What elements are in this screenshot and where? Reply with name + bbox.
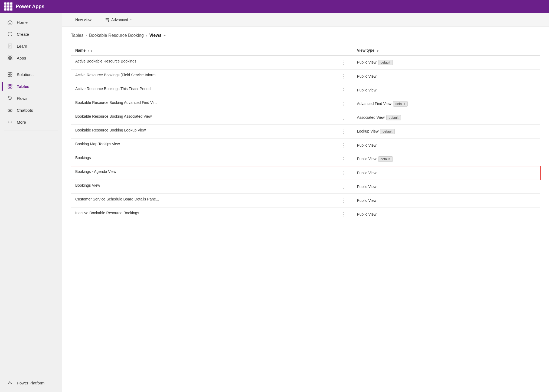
svg-rect-18 [11,87,12,88]
row-view-type: Public View [352,83,540,97]
default-badge: default [378,156,393,162]
sidebar-item-tables[interactable]: Tables [2,81,60,92]
row-more-button[interactable]: ⋮ [340,128,348,135]
table-row[interactable]: Bookable Resource Booking Associated Vie… [71,111,540,125]
sidebar-item-label-home: Home [17,20,28,25]
row-more-button[interactable]: ⋮ [340,59,348,66]
table-row[interactable]: Inactive Bookable Resource Bookings⋮Publ… [71,207,540,221]
table-header-row: Name ↑ ∨ View type ∨ [71,45,540,55]
sidebar-item-learn[interactable]: Learn [2,40,60,52]
sidebar-item-label-apps: Apps [17,56,26,60]
topbar: Power Apps [0,0,549,13]
row-more-button[interactable]: ⋮ [340,183,348,190]
row-view-type: Lookup Viewdefault [352,125,540,139]
app-title: Power Apps [16,4,44,9]
view-type-sort-icon: ∨ [377,49,379,52]
table-row[interactable]: Booking Map Tooltips view⋮Public View [71,139,540,152]
solutions-icon [7,71,13,77]
table-row[interactable]: Bookable Resource Booking Advanced Find … [71,97,540,111]
main-layout: Home Create Learn Apps [0,13,549,392]
table-row[interactable]: Bookings⋮Public Viewdefault [71,152,540,166]
row-name: Active Resource Bookings This Fiscal Per… [71,83,352,97]
svg-rect-17 [8,87,10,88]
breadcrumb-resource-booking[interactable]: Bookable Resource Booking [89,33,144,38]
row-more-button[interactable]: ⋮ [340,87,348,94]
row-more-button[interactable]: ⋮ [340,197,348,204]
row-name: Bookings View⋮ [71,180,352,194]
col-header-view-type[interactable]: View type ∨ [352,45,540,55]
table-row[interactable]: Active Bookable Resource Bookings⋮Public… [71,55,540,70]
row-more-button[interactable]: ⋮ [340,142,348,149]
col-name-label: Name [75,48,86,52]
breadcrumb-views[interactable]: Views [149,33,166,38]
sidebar-item-create[interactable]: Create [2,28,60,40]
create-icon [7,31,13,37]
sidebar-item-flows[interactable]: Flows [2,93,60,104]
content-area: Tables › Bookable Resource Booking › Vie… [62,27,549,392]
sidebar-divider-1 [4,66,58,66]
breadcrumb-tables[interactable]: Tables [71,33,83,38]
sidebar-item-solutions[interactable]: Solutions [2,69,60,80]
row-more-button[interactable]: ⋮ [340,211,348,218]
chatbots-icon [7,107,13,113]
sidebar-item-label-power-platform: Power Platform [17,381,45,385]
svg-rect-11 [8,73,10,74]
row-view-type: Public View [352,180,540,194]
svg-rect-15 [8,84,10,86]
sidebar-item-home[interactable]: Home [2,17,60,28]
col-header-name[interactable]: Name ↑ ∨ [71,45,352,55]
name-sort-icons: ↑ ∨ [88,49,92,52]
table-row[interactable]: Bookable Resource Booking Lookup View⋮Lo… [71,125,540,139]
sidebar-item-label-flows: Flows [17,96,27,101]
row-name: Bookings⋮ [71,152,352,166]
row-view-type: Public View [352,139,540,152]
toolbar: + New view Advanced [62,13,549,27]
sidebar-item-chatbots[interactable]: Chatbots [2,104,60,116]
views-dropdown-icon [163,34,166,37]
svg-point-14 [10,75,12,77]
table-row[interactable]: Active Resource Bookings This Fiscal Per… [71,83,540,97]
table-row[interactable]: Bookings View⋮Public View [71,180,540,194]
advanced-chevron-icon [130,18,133,21]
sidebar-item-apps[interactable]: Apps [2,52,60,64]
row-view-type: Advanced Find Viewdefault [352,97,540,111]
apps-grid-icon[interactable] [4,2,12,11]
svg-point-31 [108,20,109,22]
apps-icon [7,55,13,61]
sidebar-item-power-platform[interactable]: Power Platform [2,377,60,388]
sidebar-item-label-more: More [17,120,26,124]
row-view-type: Public Viewdefault [352,152,540,166]
flows-icon [7,95,13,101]
svg-rect-9 [8,58,10,60]
row-more-button[interactable]: ⋮ [340,156,348,163]
svg-rect-22 [8,109,12,112]
row-view-type: Public View [352,70,540,83]
row-more-button[interactable]: ⋮ [340,100,348,107]
row-more-button[interactable]: ⋮ [340,114,348,121]
sidebar-bottom: Power Platform [0,377,62,389]
svg-rect-13 [8,75,10,77]
sidebar-item-more[interactable]: More [2,116,60,128]
more-icon [7,119,13,125]
breadcrumb-sep-1: › [86,33,87,38]
new-view-label: + New view [72,18,92,22]
svg-rect-16 [11,84,12,86]
table-row[interactable]: Active Resource Bookings (Field Service … [71,70,540,83]
svg-point-19 [8,96,9,97]
row-more-button[interactable]: ⋮ [340,73,348,80]
default-badge: default [386,115,401,120]
row-more-button[interactable]: ⋮ [340,169,348,176]
tables-icon [7,83,13,89]
advanced-button[interactable]: Advanced [102,16,136,24]
table-row[interactable]: Bookings - Agenda View⋮Public View [71,166,540,180]
sidebar: Home Create Learn Apps [0,13,62,392]
default-badge: default [378,60,393,65]
table-row[interactable]: Customer Service Schedule Board Details … [71,194,540,207]
row-name: Bookings - Agenda View⋮ [71,166,352,180]
sidebar-item-label-tables: Tables [17,84,29,89]
svg-point-21 [8,99,9,100]
new-view-button[interactable]: + New view [69,16,95,24]
col-view-type-label: View type [357,48,374,52]
row-name: Bookable Resource Booking Lookup View⋮ [71,125,352,139]
svg-rect-7 [8,56,10,58]
